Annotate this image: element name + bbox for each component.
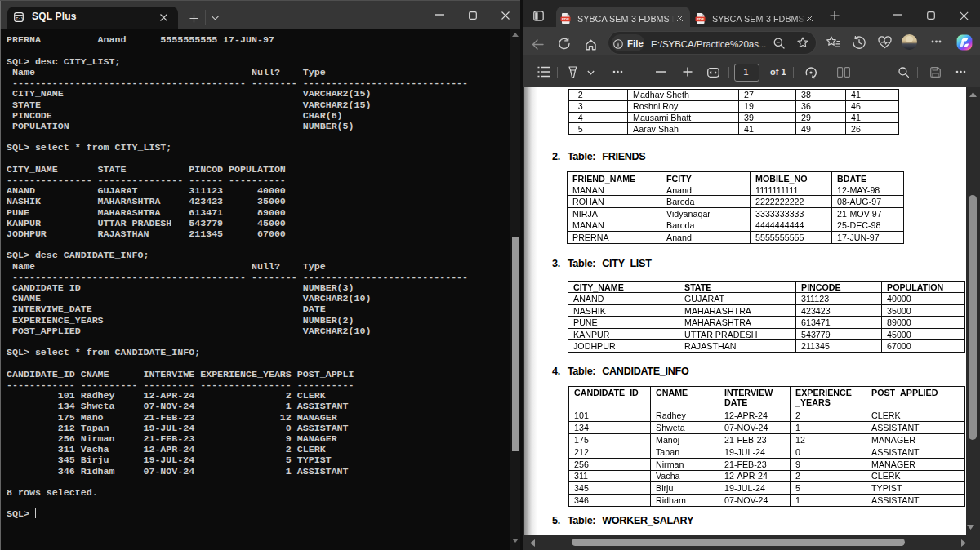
svg-text:PDF: PDF <box>562 17 569 21</box>
svg-text:PDF: PDF <box>697 17 704 21</box>
svg-text:C:\: C:\ <box>16 16 24 22</box>
